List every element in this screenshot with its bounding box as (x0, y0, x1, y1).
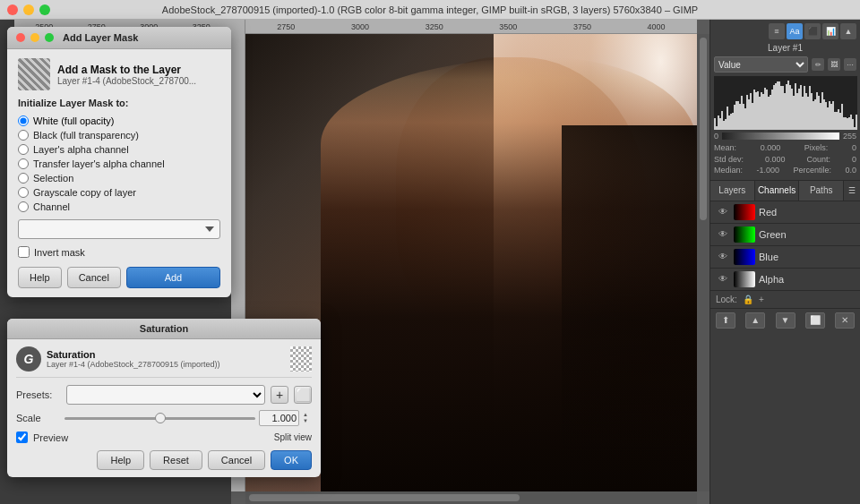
dialog-minimize-button[interactable] (30, 33, 39, 42)
layers-panel-icon[interactable]: ≡ (769, 23, 785, 39)
channel-thumb-red (734, 204, 755, 220)
histogram-canvas (714, 76, 857, 130)
dialog-close-button[interactable] (16, 33, 25, 42)
window-controls[interactable] (7, 4, 50, 15)
info-panel-icon[interactable]: ▲ (840, 23, 856, 39)
saturation-header-text: Saturation Layer #1-4 (AdobeStock_278700… (47, 349, 220, 369)
histogram-stats: Mean: 0.000 Pixels: 0 Std dev: 0.000 Cou… (714, 142, 856, 176)
scroll-thumb-h[interactable] (249, 494, 520, 501)
right-panel: ≡ Aa ⬛ 📊 ▲ Layer #1 Value ✏ 🖼 ⋯ 0 (710, 20, 860, 504)
right-panel-top: ≡ Aa ⬛ 📊 ▲ Layer #1 Value ✏ 🖼 ⋯ 0 (710, 20, 860, 181)
hist-min: 0 (714, 132, 718, 141)
sat-help-button[interactable]: Help (97, 450, 144, 470)
lower-layer-button[interactable]: ▼ (776, 312, 796, 329)
spin-down-button[interactable]: ▼ (303, 418, 312, 424)
help-button[interactable]: Help (18, 267, 62, 288)
eye-icon-alpha[interactable]: 👁 (716, 272, 730, 286)
saturation-dialog-body: G Saturation Layer #1-4 (AdobeStock_2787… (7, 339, 321, 477)
close-button[interactable] (7, 4, 18, 15)
value-row: Value ✏ 🖼 ⋯ (714, 56, 856, 73)
radio-grayscale-input[interactable] (18, 187, 29, 198)
presets-dropdown[interactable] (66, 385, 265, 405)
preview-row: Preview Split view (16, 431, 312, 443)
channel-alpha[interactable]: 👁 Alpha (710, 269, 860, 291)
eye-icon-red[interactable]: 👁 (716, 205, 730, 219)
dialog-maximize-button[interactable] (45, 33, 54, 42)
delete-layer-button[interactable]: ✕ (835, 312, 855, 329)
tab-paths[interactable]: Paths (799, 181, 844, 201)
sat-reset-button[interactable]: Reset (150, 450, 202, 470)
radio-selection-input[interactable] (18, 173, 29, 184)
spin-up-button[interactable]: ▲ (303, 412, 312, 418)
tab-layers[interactable]: Layers (710, 181, 755, 201)
mean-value: 0.000 (761, 142, 781, 154)
channel-blue[interactable]: 👁 Blue (710, 246, 860, 269)
initialize-label: Initialize Layer Mask to: (18, 98, 220, 108)
raise-layer-button[interactable]: ▲ (745, 312, 765, 329)
add-button[interactable]: Add (126, 267, 220, 288)
panel-menu-icon[interactable]: ☰ (844, 181, 860, 201)
preset-add-button[interactable]: + (271, 386, 288, 404)
radio-black[interactable]: Black (full transparency) (18, 128, 220, 142)
edit-icon[interactable]: ✏ (812, 58, 824, 71)
sat-ok-button[interactable]: OK (271, 450, 312, 470)
channel-name-green: Green (759, 229, 787, 240)
radio-transfer-alpha-input[interactable] (18, 158, 29, 169)
radio-black-input[interactable] (18, 130, 29, 141)
saturation-tool-name: Saturation (47, 349, 220, 360)
radio-channel[interactable]: Channel (18, 200, 220, 214)
radio-white-input[interactable] (18, 115, 29, 126)
more-icon[interactable]: ⋯ (844, 58, 856, 71)
panel-tabs: Layers Channels Paths ☰ (710, 181, 860, 201)
stddev-label: Std dev: (714, 154, 744, 166)
radio-channel-input[interactable] (18, 201, 29, 212)
histogram-panel-icon[interactable]: 📊 (822, 23, 838, 39)
new-layer-from-visible-button[interactable]: ⬆ (716, 312, 735, 329)
radio-transfer-alpha[interactable]: Transfer layer's alpha channel (18, 157, 220, 171)
radio-white[interactable]: White (full opacity) (18, 114, 220, 128)
tab-channels[interactable]: Channels (755, 181, 800, 201)
canvas-scrollbar-vertical[interactable] (697, 34, 710, 491)
channel-green[interactable]: 👁 Green (710, 224, 860, 246)
brush-panel-icon[interactable]: ⬛ (804, 23, 821, 39)
layers-bottom: ⬆ ▲ ▼ ⬜ ✕ (710, 308, 860, 332)
radio-transfer-alpha-label: Transfer layer's alpha channel (33, 158, 165, 169)
median-label: Median: (714, 165, 743, 176)
histogram-value-select[interactable]: Value (714, 56, 808, 73)
hist-max: 255 (843, 132, 856, 141)
canvas-scrollbar-horizontal[interactable] (245, 491, 697, 504)
channel-dropdown[interactable] (18, 219, 220, 239)
preview-checkbox[interactable] (16, 431, 28, 443)
radio-layer-alpha-input[interactable] (18, 144, 29, 155)
radio-grayscale[interactable]: Grayscale copy of layer (18, 185, 220, 200)
stat-mean: Mean: 0.000 Pixels: 0 (714, 142, 856, 154)
saturation-title: Saturation (140, 323, 188, 334)
sat-cancel-button[interactable]: Cancel (208, 450, 265, 470)
lock-row: Lock: 🔒 + (710, 291, 860, 308)
pixels-value: 0 (852, 142, 856, 154)
split-view-button[interactable]: Split view (274, 432, 312, 442)
invert-mask-row[interactable]: Invert mask (18, 246, 220, 258)
radio-selection[interactable]: Selection (18, 171, 220, 185)
minimize-button[interactable] (23, 4, 34, 15)
scale-value-input[interactable]: 1.000 (259, 410, 299, 426)
stddev-value: 0.000 (765, 154, 786, 166)
scale-slider[interactable] (64, 417, 255, 420)
eye-icon-blue[interactable]: 👁 (716, 250, 730, 264)
scroll-thumb-v[interactable] (700, 38, 707, 220)
maximize-button[interactable] (39, 4, 50, 15)
image-icon[interactable]: 🖼 (828, 58, 840, 71)
invert-mask-checkbox[interactable] (18, 246, 30, 258)
saturation-header: G Saturation Layer #1-4 (AdobeStock_2787… (16, 346, 312, 378)
eye-icon-green[interactable]: 👁 (716, 227, 730, 242)
text-panel-icon[interactable]: Aa (787, 23, 803, 39)
histogram-bar (856, 115, 857, 130)
radio-layer-alpha[interactable]: Layer's alpha channel (18, 142, 220, 157)
radio-layer-alpha-label: Layer's alpha channel (33, 144, 129, 155)
preset-delete-button[interactable]: ⬜ (294, 386, 312, 404)
ruler-horizontal-canvas: 2750 3000 3250 3500 3750 4000 (245, 20, 697, 34)
right-panel-icons: ≡ Aa ⬛ 📊 ▲ (714, 23, 856, 39)
duplicate-layer-button[interactable]: ⬜ (805, 312, 825, 329)
channel-red[interactable]: 👁 Red (710, 201, 860, 224)
cancel-button[interactable]: Cancel (67, 267, 121, 288)
